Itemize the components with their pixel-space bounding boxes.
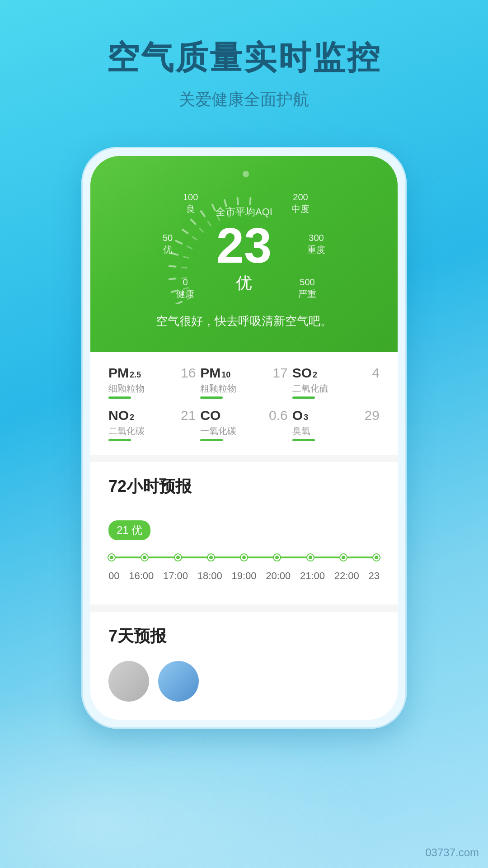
header-section: 空气质量实时监控 关爱健康全面护航 xyxy=(0,0,488,129)
gauge-container: 100良 200中度 50优 300重度 0健康 500严重 全市平均AQI 2… xyxy=(158,187,330,304)
pollutant-name-co: CO xyxy=(200,408,221,423)
seven-day-icons xyxy=(108,661,380,702)
time-label: 21:00 xyxy=(300,570,325,582)
pollutant-name: PM xyxy=(108,365,129,381)
pollutant-sub: 2 xyxy=(130,413,134,422)
pollutant-bar xyxy=(292,396,315,399)
time-label: 18:00 xyxy=(197,570,222,582)
list-item: SO 2 4 二氧化硫 xyxy=(292,365,380,399)
timeline-dots xyxy=(108,554,380,561)
pollutant-sub: 3 xyxy=(304,413,308,422)
pollutant-bar xyxy=(108,396,131,399)
aqi-quality: 优 xyxy=(216,272,272,294)
list-item: CO 0.6 一氧化碳 xyxy=(200,408,287,441)
pollutant-value: 16 xyxy=(181,365,196,381)
pollutant-cn: 二氧化碳 xyxy=(108,425,145,437)
pollutant-value: 29 xyxy=(365,408,380,423)
pollutant-cn: 二氧化硫 xyxy=(292,382,328,395)
pollutant-cn: 一氧化碳 xyxy=(200,425,236,437)
timeline-line xyxy=(108,554,380,561)
pollutant-grid: PM 2.5 16 细颗粒物 PM 10 17 xyxy=(108,365,380,441)
timeline-dot xyxy=(241,554,247,561)
phone-mockup: 100良 200中度 50优 300重度 0健康 500严重 全市平均AQI 2… xyxy=(81,147,407,729)
pollutant-value: 0.6 xyxy=(269,408,288,423)
scale-0: 0健康 xyxy=(176,276,194,300)
pollutant-value: 21 xyxy=(181,408,196,423)
pollutant-sub: 2 xyxy=(313,370,317,380)
scale-100: 100良 xyxy=(183,191,198,215)
pollutant-sub: 2.5 xyxy=(130,370,141,380)
list-item: O 3 29 臭氧 xyxy=(292,408,380,441)
phone-inner: 100良 200中度 50优 300重度 0健康 500严重 全市平均AQI 2… xyxy=(90,156,398,720)
main-title: 空气质量实时监控 xyxy=(18,36,470,80)
timeline-labels: 00 16:00 17:00 18:00 19:00 20:00 21:00 2… xyxy=(108,570,380,582)
scale-200: 200中度 xyxy=(291,191,310,215)
pollutant-value: 17 xyxy=(272,365,287,381)
timeline-dot xyxy=(108,554,115,561)
aqi-value: 23 xyxy=(216,221,272,270)
pollutant-name: PM xyxy=(200,365,221,381)
pollutant-section: PM 2.5 16 细颗粒物 PM 10 17 xyxy=(90,352,398,455)
timeline-dot xyxy=(274,554,280,561)
subtitle: 关爱健康全面护航 xyxy=(18,89,470,111)
aqi-section: 100良 200中度 50优 300重度 0健康 500严重 全市平均AQI 2… xyxy=(90,156,398,352)
pollutant-cn: 臭氧 xyxy=(292,425,310,437)
pollutant-name: NO xyxy=(108,408,129,423)
watermark: 03737.com xyxy=(425,846,479,859)
list-item: PM 10 17 粗颗粒物 xyxy=(200,365,287,399)
time-label: 16:00 xyxy=(129,570,154,582)
scale-50: 50优 xyxy=(163,232,173,255)
time-label: 00 xyxy=(108,570,119,582)
day-icon xyxy=(158,661,199,702)
pollutant-name: SO xyxy=(292,365,312,381)
pollutant-cn: 细颗粒物 xyxy=(108,382,145,395)
pollutant-bar xyxy=(292,439,315,441)
time-label: 22:00 xyxy=(334,570,359,582)
time-label: 20:00 xyxy=(266,570,291,582)
time-label: 17:00 xyxy=(163,570,188,582)
notch-row xyxy=(108,170,380,178)
pollutant-bar xyxy=(200,396,223,399)
timeline-dot xyxy=(373,554,380,561)
forecast-72h-title: 72小时预报 xyxy=(108,476,380,498)
pollutant-name: O xyxy=(292,408,303,423)
notch-dot xyxy=(243,171,249,177)
gauge-center: 全市平均AQI 23 优 xyxy=(216,205,272,294)
forecast-7day-title: 7天预报 xyxy=(108,625,380,647)
air-message: 空气很好，快去呼吸清新空气吧。 xyxy=(108,313,380,334)
aqi-label: 全市平均AQI xyxy=(216,205,272,219)
timeline-dot xyxy=(340,554,347,561)
pollutant-value: 4 xyxy=(372,365,380,381)
scale-300: 300重度 xyxy=(307,232,325,255)
time-label: 23 xyxy=(368,570,379,582)
forecast-72h-section: 72小时预报 21 优 xyxy=(90,462,398,604)
time-label: 19:00 xyxy=(231,570,256,582)
pollutant-cn: 粗颗粒物 xyxy=(200,382,236,395)
timeline-dot xyxy=(307,554,314,561)
pollutant-sub: 10 xyxy=(221,370,230,380)
pollutant-bar xyxy=(200,439,223,441)
list-item: NO 2 21 二氧化碳 xyxy=(108,408,196,441)
timeline-dot xyxy=(141,554,148,561)
timeline-container: 21 优 xyxy=(108,511,380,591)
forecast-7day-section: 7天预报 xyxy=(90,612,398,720)
list-item: PM 2.5 16 细颗粒物 xyxy=(108,365,196,399)
aqi-badge: 21 优 xyxy=(108,520,150,540)
scale-500: 500严重 xyxy=(298,276,316,300)
timeline-dot xyxy=(175,554,181,561)
pollutant-bar xyxy=(108,439,131,441)
timeline-dot xyxy=(208,554,214,561)
day-icon xyxy=(108,661,149,702)
